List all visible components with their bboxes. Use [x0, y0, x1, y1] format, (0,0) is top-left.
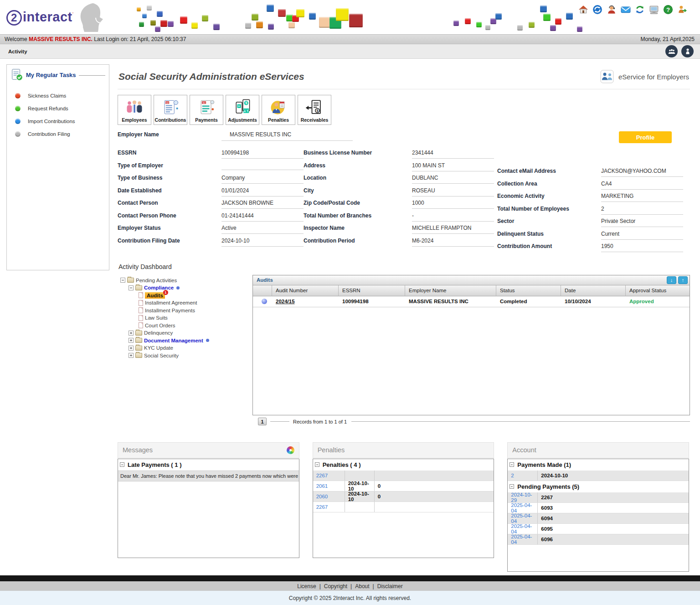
audits-area: Audits ↓ ↑ Audit Number ESSRN Emplo — [252, 275, 690, 427]
column-header: Audit Number — [272, 285, 339, 296]
gray-dot-icon — [15, 131, 21, 137]
mail-icon[interactable] — [621, 5, 631, 15]
expand-icon[interactable] — [129, 346, 134, 351]
download-icon[interactable]: ↓ — [667, 276, 676, 284]
audit-number-link[interactable]: 2024/15 — [276, 299, 295, 304]
penalties-button[interactable]: Penalties — [262, 95, 295, 125]
field-label: Contact Person Phone — [118, 212, 221, 219]
tree-node-court-orders[interactable]: Court Orders — [118, 322, 252, 330]
profile-button[interactable]: Profile — [619, 131, 672, 143]
menu-bar-icons — [665, 45, 694, 57]
tree-node-social-security[interactable]: Social Security — [118, 352, 252, 360]
license-link[interactable]: License — [297, 583, 316, 589]
pending-payment-link[interactable]: 2025-04-04 — [511, 523, 537, 534]
row-bullet[interactable] — [253, 296, 272, 307]
message-item[interactable]: Dear Mr. James: Please note that you hav… — [118, 471, 299, 481]
expand-icon[interactable] — [129, 353, 134, 358]
expand-icon[interactable] — [129, 331, 134, 336]
collapse-icon[interactable] — [129, 285, 134, 290]
tree-node-law-suits[interactable]: Law Suits — [118, 314, 252, 322]
computer-icon[interactable] — [649, 5, 659, 15]
field-value: Private Sector — [601, 218, 683, 227]
help-icon[interactable]: ? — [663, 5, 673, 15]
about-link[interactable]: About — [355, 583, 369, 589]
employees-button[interactable]: Employees — [118, 95, 151, 125]
separator: | — [350, 583, 352, 589]
refresh-pinwheel-icon[interactable] — [287, 446, 294, 454]
payments-button[interactable]: TAX Payments — [190, 95, 223, 125]
globe-sync-icon[interactable] — [592, 5, 602, 15]
separator: | — [319, 583, 321, 589]
column-header: Status — [496, 285, 561, 296]
contributions-button[interactable]: TAX Contributions — [154, 95, 187, 125]
tree-node-installment-agreement[interactable]: Installment Agreement — [118, 299, 252, 307]
sidebar-item-sickness-claims[interactable]: Sickness Claims — [13, 89, 109, 102]
main-panel: Social Security Administration eServices… — [109, 64, 694, 572]
menu-item-activity[interactable]: Activity — [8, 49, 27, 54]
penalty-link[interactable]: 2061 — [316, 483, 328, 489]
copyright-link[interactable]: Copyright — [324, 583, 347, 589]
home-icon[interactable] — [578, 5, 588, 15]
collapse-icon[interactable] — [510, 484, 514, 489]
employer-col-2: Business License Number2341444 Address10… — [304, 150, 497, 256]
penalty-link[interactable]: 2267 — [316, 473, 328, 478]
pending-payments-section: Pending Payments (5) — [508, 481, 689, 492]
collapse-icon[interactable] — [510, 462, 514, 467]
records-text: Records from 1 to 1 of 1 — [293, 419, 347, 424]
tree-node-pending-activities[interactable]: Pending Activities — [118, 277, 252, 284]
tree-node-delinquency[interactable]: Delinquency — [118, 329, 252, 337]
field-label: Contribution Filing Date — [118, 238, 221, 244]
upload-icon[interactable]: ↑ — [678, 276, 688, 284]
sidebar-item-contribution-filing[interactable]: Contribution Filing — [13, 128, 109, 140]
tree-node-compliance[interactable]: Compliance — [118, 284, 252, 292]
field-value: 100 MAIN ST — [412, 162, 494, 171]
audits-table: Audits ↓ ↑ Audit Number ESSRN Emplo — [252, 275, 690, 415]
collapse-icon[interactable] — [315, 462, 319, 467]
pending-payment-link[interactable]: 2024-10-29 — [511, 492, 537, 503]
sidebar-item-import-contributions[interactable]: Import Contributions — [13, 115, 109, 128]
field-label: Zip Code/Postal Code — [304, 200, 412, 206]
receivables-button[interactable]: $ Receivables — [298, 95, 331, 125]
support-icon[interactable] — [607, 5, 617, 15]
field-value: 1000 — [412, 200, 494, 209]
table-row: 20612024-10-100 — [313, 481, 494, 491]
sidebar-title: My Regular Tasks — [26, 72, 76, 78]
tree-node-audits[interactable]: Audits1 — [118, 292, 252, 300]
pending-payment-link[interactable]: 2025-04-04 — [511, 513, 537, 524]
penalty-link[interactable]: 2060 — [316, 494, 328, 499]
folder-icon — [127, 278, 134, 283]
field-value: - — [412, 212, 494, 222]
person-icon[interactable] — [681, 45, 694, 57]
module-label: Contributions — [155, 117, 186, 123]
penalty-link[interactable]: 2267 — [316, 504, 328, 510]
refresh-icon[interactable] — [635, 5, 645, 15]
pending-payment-link[interactable]: 2025-04-04 — [511, 534, 537, 545]
field-label: Collection Area — [497, 181, 601, 187]
logout-icon[interactable] — [677, 5, 687, 15]
pending-payment-link[interactable]: 2025-04-04 — [511, 502, 537, 513]
field-value: 1950 — [601, 243, 683, 252]
column-header — [253, 285, 272, 296]
copyright-text: Copyright © 2025 2Interact Inc. All righ… — [0, 591, 700, 605]
receivables-icon: $ — [304, 99, 324, 116]
collapse-icon[interactable] — [120, 462, 124, 467]
audits-count-badge: 1 — [163, 290, 168, 295]
bottom-panels: Messages Late Payments ( 1 ) Dear Mr. Ja… — [118, 442, 690, 572]
disclaimer-link[interactable]: Disclaimer — [377, 583, 403, 589]
expand-icon[interactable] — [129, 338, 134, 343]
field-label: Contribution Amount — [497, 243, 601, 249]
field-label: Employer Status — [118, 225, 221, 231]
tree-node-installment-payments[interactable]: Installment Payments — [118, 307, 252, 315]
adjustments-button[interactable]: $↓↑ Adjustments — [226, 95, 259, 125]
collapse-icon[interactable] — [120, 278, 125, 283]
welcome-text: Welcome MASSIVE RESULTS INC. Last Login … — [5, 36, 186, 42]
payment-link[interactable]: 2 — [511, 473, 514, 478]
page: 2interact. ? Welcome MASSIVE RESULTS INC… — [0, 0, 700, 605]
sidebar-item-request-refunds[interactable]: Request Refunds — [13, 102, 109, 115]
penalties-panel: Penalties Penalties ( 4 ) 2267 20612024-… — [313, 442, 494, 558]
page-1-button[interactable]: 1 — [258, 418, 267, 425]
tree-node-kyc-update[interactable]: KYC Update — [118, 344, 252, 352]
tree-node-document-management[interactable]: Document Management — [118, 337, 252, 345]
field-value: Company — [221, 175, 304, 184]
group-icon[interactable] — [665, 45, 678, 57]
